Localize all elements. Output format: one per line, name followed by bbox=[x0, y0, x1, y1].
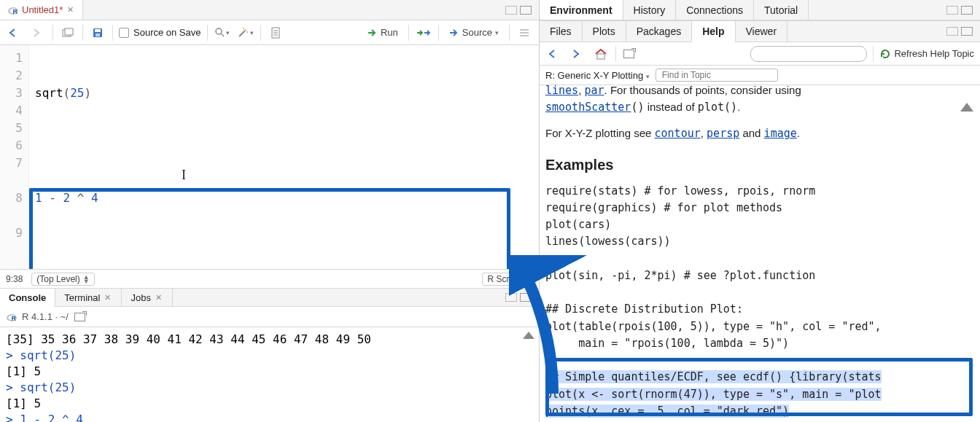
link-smoothscatter[interactable]: smoothScatter bbox=[545, 101, 631, 114]
tab-terminal[interactable]: Terminal✕ bbox=[55, 289, 122, 307]
minimize-pane-icon[interactable] bbox=[946, 6, 958, 15]
link-lines[interactable]: lines bbox=[545, 85, 578, 97]
tab-connections[interactable]: Connections bbox=[676, 0, 754, 20]
show-in-new-window-icon[interactable] bbox=[59, 24, 77, 42]
home-icon[interactable] bbox=[592, 45, 610, 63]
source-button[interactable]: Source ▾ bbox=[445, 24, 503, 42]
console-line: [1] 5 bbox=[6, 396, 533, 412]
back-icon[interactable] bbox=[6, 24, 23, 42]
compile-report-icon[interactable] bbox=[267, 24, 284, 42]
scroll-up-icon[interactable] bbox=[960, 103, 973, 112]
editor-tab-bar: R Untitled1* ✕ bbox=[0, 0, 539, 20]
tab-files[interactable]: Files bbox=[540, 21, 583, 42]
save-icon[interactable] bbox=[89, 24, 106, 42]
svg-point-11 bbox=[245, 29, 246, 31]
scroll-up-icon[interactable] bbox=[523, 332, 534, 339]
console-line: [1] 5 bbox=[6, 364, 533, 380]
tab-help[interactable]: Help bbox=[692, 21, 735, 42]
find-in-topic-input[interactable] bbox=[656, 69, 778, 82]
svg-text:R: R bbox=[13, 8, 18, 15]
refresh-help-button[interactable]: Refresh Help Topic bbox=[879, 48, 974, 60]
svg-rect-4 bbox=[65, 28, 73, 35]
help-toolbar: Refresh Help Topic bbox=[540, 42, 980, 66]
r-logo-icon: R bbox=[6, 311, 18, 323]
svg-rect-7 bbox=[96, 34, 100, 36]
maximize-pane-icon[interactable] bbox=[961, 6, 973, 15]
editor-toolbar: Source on Save ▾ ▾ Run bbox=[0, 20, 539, 45]
editor-tab-label: Untitled1* bbox=[22, 4, 63, 15]
editor-tab-untitled1[interactable]: R Untitled1* ✕ bbox=[0, 0, 83, 20]
source-on-save-toggle[interactable]: Source on Save bbox=[119, 27, 201, 38]
svg-point-8 bbox=[216, 28, 222, 34]
editor-gutter: 1 2 3 4 5 6 7 8 9 bbox=[0, 45, 29, 269]
help-back-icon[interactable] bbox=[545, 45, 563, 63]
svg-rect-24 bbox=[597, 54, 604, 59]
forward-icon[interactable] bbox=[29, 24, 47, 42]
outline-icon[interactable] bbox=[516, 24, 533, 42]
r-version-text: R 4.1.1 · ~/ bbox=[22, 311, 69, 322]
maximize-pane-icon[interactable] bbox=[961, 27, 973, 36]
maximize-pane-icon[interactable] bbox=[520, 6, 532, 15]
run-label: Run bbox=[381, 27, 398, 38]
minimize-pane-icon[interactable] bbox=[505, 293, 517, 302]
svg-text:R: R bbox=[12, 315, 17, 322]
svg-line-9 bbox=[221, 34, 224, 36]
examples-heading: Examples bbox=[545, 154, 974, 176]
checkbox-icon[interactable] bbox=[119, 28, 129, 38]
source-label: Source bbox=[462, 27, 492, 38]
example-code-block[interactable]: require(stats) # for lowess, rpois, rnor… bbox=[545, 183, 974, 421]
console-line: [35] 35 36 37 38 39 40 41 42 43 44 45 46… bbox=[6, 332, 533, 348]
console-header: R R 4.1.1 · ~/ bbox=[0, 307, 539, 327]
console-tab-bar: Console Terminal✕ Jobs✕ bbox=[0, 288, 539, 307]
tab-environment[interactable]: Environment bbox=[540, 0, 623, 20]
help-tab-bar: Files Plots Packages Help Viewer bbox=[540, 20, 980, 42]
minimize-pane-icon[interactable] bbox=[505, 6, 517, 15]
link-contour[interactable]: contour bbox=[655, 127, 701, 140]
dropdown-caret-icon[interactable]: ▾ bbox=[646, 73, 650, 80]
tab-packages[interactable]: Packages bbox=[626, 21, 692, 42]
code-editor[interactable]: 1 2 3 4 5 6 7 8 9 sqrt(25) 1 - 2 ^ 4 ?pl… bbox=[0, 45, 539, 269]
console-output[interactable]: [35] 35 36 37 38 39 40 41 42 43 44 45 46… bbox=[0, 327, 539, 422]
close-icon[interactable]: ✕ bbox=[66, 5, 75, 15]
r-file-icon: R bbox=[7, 4, 19, 16]
maximize-pane-icon[interactable] bbox=[520, 293, 532, 302]
find-icon[interactable]: ▾ bbox=[214, 24, 231, 42]
close-icon[interactable]: ✕ bbox=[154, 293, 163, 302]
rerun-icon[interactable] bbox=[415, 24, 432, 42]
tab-console[interactable]: Console bbox=[0, 289, 55, 307]
svg-line-10 bbox=[239, 31, 245, 36]
help-search-input[interactable] bbox=[750, 46, 867, 62]
minimize-pane-icon[interactable] bbox=[946, 27, 958, 36]
help-content[interactable]: lines, par. For thousands of points, con… bbox=[540, 85, 980, 422]
close-icon[interactable]: ✕ bbox=[103, 293, 112, 302]
tab-history[interactable]: History bbox=[623, 0, 677, 20]
link-persp[interactable]: persp bbox=[707, 127, 739, 140]
help-breadcrumb-bar: R: Generic X-Y Plotting ▾ bbox=[540, 66, 980, 85]
help-forward-icon[interactable] bbox=[569, 45, 586, 63]
ibeam-cursor-icon: I bbox=[182, 166, 186, 184]
code-area[interactable]: sqrt(25) 1 - 2 ^ 4 ?plot ## Simple quant… bbox=[29, 45, 539, 269]
language-selector[interactable]: R Script ▲▼ bbox=[482, 273, 533, 286]
popout-help-icon[interactable] bbox=[622, 45, 639, 63]
source-on-save-label: Source on Save bbox=[133, 27, 201, 38]
svg-rect-6 bbox=[95, 29, 101, 32]
tab-plots[interactable]: Plots bbox=[583, 21, 626, 42]
popout-icon[interactable] bbox=[74, 313, 85, 321]
environment-tab-bar: Environment History Connections Tutorial bbox=[540, 0, 980, 20]
tab-viewer[interactable]: Viewer bbox=[736, 21, 788, 42]
scope-selector[interactable]: (Top Level) ▲▼ bbox=[31, 273, 94, 286]
link-par[interactable]: par bbox=[585, 85, 604, 97]
svg-point-13 bbox=[243, 28, 244, 29]
code-tools-wand-icon[interactable]: ▾ bbox=[237, 24, 254, 42]
cursor-position: 9:38 bbox=[6, 274, 23, 284]
refresh-label: Refresh Help Topic bbox=[894, 48, 974, 59]
run-button[interactable]: Run bbox=[363, 24, 402, 42]
help-page-title: R: Generic X-Y Plotting ▾ bbox=[545, 70, 650, 81]
tab-jobs[interactable]: Jobs✕ bbox=[122, 289, 172, 307]
tab-tutorial[interactable]: Tutorial bbox=[754, 0, 809, 20]
link-image[interactable]: image bbox=[764, 127, 797, 140]
editor-status-bar: 9:38 (Top Level) ▲▼ R Script ▲▼ bbox=[0, 269, 539, 288]
svg-point-12 bbox=[246, 31, 248, 33]
